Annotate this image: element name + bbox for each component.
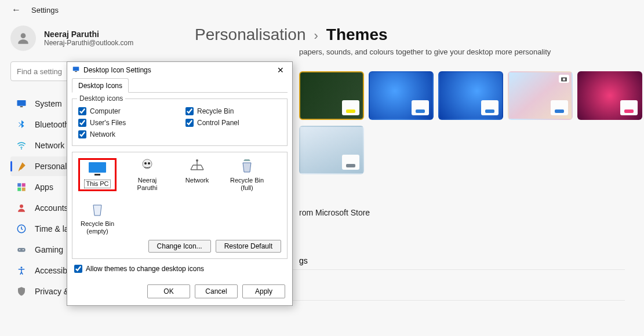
theme-card[interactable] — [508, 71, 573, 120]
user-folder-icon — [137, 158, 157, 174]
theme-accent-preview — [620, 100, 638, 115]
apps-icon — [16, 182, 27, 192]
sidebar-item-label: System — [35, 99, 62, 108]
theme-accent-preview — [342, 155, 359, 170]
checkbox-network[interactable]: Network — [78, 130, 174, 138]
svg-rect-4 — [17, 183, 21, 187]
person-icon — [16, 203, 27, 213]
change-icon-button[interactable]: Change Icon... — [148, 240, 211, 253]
svg-point-8 — [20, 204, 23, 208]
icon-preview-user[interactable]: Neeraj Paruthi — [128, 158, 166, 191]
svg-point-13 — [21, 266, 23, 268]
page-title: Themes — [326, 25, 388, 44]
gamepad-icon — [16, 244, 27, 255]
svg-point-12 — [23, 249, 24, 250]
close-button[interactable]: ✕ — [274, 64, 288, 76]
theme-accent-preview — [342, 100, 359, 115]
svg-point-22 — [148, 162, 150, 165]
svg-point-11 — [19, 249, 20, 250]
theme-accent-preview — [412, 100, 429, 115]
shield-icon — [16, 286, 27, 297]
theme-accent-preview — [551, 100, 568, 115]
theme-card[interactable] — [438, 71, 503, 120]
dialog-title: Desktop Icon Settings — [83, 66, 151, 74]
camera-icon — [559, 75, 569, 83]
tab-desktop-icons[interactable]: Desktop Icons — [72, 78, 129, 93]
profile-name: Neeraj Paruthi — [44, 30, 133, 39]
checkbox-allow-themes[interactable]: Allow themes to change desktop icons — [72, 265, 288, 273]
icon-preview-network[interactable]: Network — [178, 158, 216, 191]
checkbox-users-files[interactable]: User's Files — [78, 119, 174, 127]
checkbox-control-panel[interactable]: Control Panel — [185, 119, 281, 127]
breadcrumb: Personalisation › Themes — [195, 25, 642, 44]
avatar — [10, 25, 36, 51]
checkbox-recycle-bin[interactable]: Recycle Bin — [185, 107, 281, 115]
paintbrush-icon — [16, 161, 27, 171]
theme-card[interactable] — [299, 126, 364, 174]
apply-button[interactable]: Apply — [242, 284, 285, 298]
theme-card[interactable] — [299, 71, 364, 120]
desktop-icon-settings-dialog: Desktop Icon Settings ✕ Desktop Icons De… — [67, 61, 293, 306]
icon-preview-this-pc[interactable]: This PC — [78, 158, 117, 191]
svg-rect-1 — [17, 100, 26, 106]
sidebar-item-label: Gaming — [35, 245, 63, 254]
theme-accent-preview — [481, 100, 499, 115]
icon-preview-recycle-full[interactable]: Recycle Bin (full) — [228, 158, 266, 191]
app-title: Settings — [31, 6, 59, 14]
chevron-right-icon: › — [314, 28, 318, 43]
icon-preview-recycle-empty[interactable]: Recycle Bin (empty) — [78, 202, 117, 235]
svg-point-21 — [144, 162, 147, 165]
ok-button[interactable]: OK — [147, 284, 190, 298]
svg-rect-10 — [17, 248, 26, 252]
svg-rect-16 — [73, 67, 79, 71]
wifi-icon — [16, 140, 27, 151]
clock-icon — [16, 224, 27, 234]
profile-email: Neeraj-Paruthi@outlook.com — [44, 39, 133, 47]
network-icon — [187, 158, 207, 174]
monitor-icon — [16, 98, 27, 109]
svg-point-23 — [196, 159, 198, 162]
recycle-bin-full-icon — [237, 158, 257, 174]
profile-block[interactable]: Neeraj Paruthi Neeraj-Paruthi@outlook.co… — [10, 25, 167, 51]
checkbox-computer[interactable]: Computer — [78, 107, 174, 115]
sidebar-item-label: Accounts — [35, 203, 68, 213]
svg-rect-18 — [89, 162, 106, 173]
svg-point-3 — [21, 148, 22, 149]
accessibility-icon — [16, 265, 27, 276]
svg-point-20 — [143, 159, 152, 169]
theme-card[interactable] — [369, 71, 434, 120]
breadcrumb-parent[interactable]: Personalisation — [195, 25, 305, 44]
svg-point-15 — [563, 78, 565, 81]
theme-card[interactable] — [577, 71, 642, 120]
svg-rect-7 — [22, 188, 26, 191]
svg-rect-19 — [94, 174, 100, 176]
recycle-bin-empty-icon — [88, 202, 107, 218]
back-button[interactable]: ← — [12, 5, 21, 15]
svg-rect-5 — [22, 183, 26, 187]
bluetooth-icon — [16, 119, 27, 130]
svg-rect-17 — [75, 71, 77, 71]
group-title: Desktop icons — [77, 94, 125, 103]
svg-point-0 — [21, 33, 26, 38]
sidebar-item-label: Apps — [35, 182, 53, 192]
svg-rect-2 — [20, 107, 23, 108]
dialog-icon — [72, 65, 80, 75]
page-description: papers, sounds, and colours together to … — [195, 48, 642, 56]
monitor-icon — [88, 161, 107, 177]
cancel-button[interactable]: Cancel — [195, 284, 238, 298]
svg-rect-6 — [17, 188, 21, 191]
restore-default-button[interactable]: Restore Default — [216, 240, 281, 253]
